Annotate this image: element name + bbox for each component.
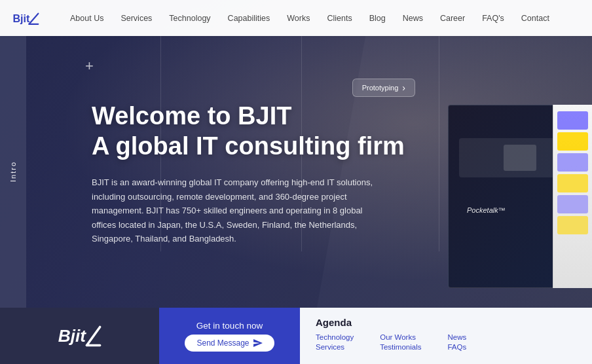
intro-label: Intro [9,161,17,182]
navbar: Bjit About Us Services Technology Capabi… [0,0,592,36]
hero-content: Welcome to BJIT A global IT consulting f… [92,101,405,246]
agenda-area: Agenda Technology Services Our Works Tes… [300,308,592,364]
filter-bar-4 [557,174,588,192]
agenda-title: Agenda [316,317,576,328]
nav-clients[interactable]: Clients [318,0,360,36]
intro-sidebar: Intro [0,36,26,308]
nav-capabilities[interactable]: Capabilities [219,0,279,36]
send-message-label: Send Message [196,338,249,348]
hero-description: BJIT is an award-winning global IT compa… [92,175,380,246]
agenda-item-services[interactable]: Services [316,343,354,351]
bottom-bar: Bjit Get in touch now Send Message Agend… [0,308,592,364]
filter-bar-2 [557,132,588,151]
nav-news[interactable]: News [394,0,432,36]
hero-section: Intro + Prototyping Pocketalk™ Parking A… [0,0,592,308]
agenda-col-3: News FAQs [447,333,466,351]
agenda-item-news[interactable]: News [447,333,466,341]
agenda-item-faqs[interactable]: FAQs [447,343,466,351]
send-message-button[interactable]: Send Message [185,335,274,352]
nav-technology[interactable]: Technology [160,0,219,36]
nav-contact[interactable]: Contact [513,0,558,36]
nav-faqs[interactable]: FAQ's [473,0,513,36]
plus-icon: + [85,59,94,73]
nav-services[interactable]: Services [112,0,160,36]
bottom-logo-area: Bjit [0,308,159,364]
hero-title-line1: Welcome to BJIT [92,102,291,130]
nav-about-us[interactable]: About Us [62,0,112,36]
hero-title-line2: A global IT consulting firm [92,132,405,160]
nav-works[interactable]: Works [278,0,318,36]
filter-bar-1 [557,111,588,130]
agenda-item-our-works[interactable]: Our Works [380,333,421,341]
hero-line-3 [439,36,439,251]
get-in-touch-label: Get in touch now [196,321,263,331]
agenda-item-testimonials[interactable]: Testimonials [380,343,421,351]
filter-bar-6 [557,216,588,234]
nav-blog[interactable]: Blog [361,0,394,36]
agenda-columns: Technology Services Our Works Testimonia… [316,333,576,351]
svg-line-4 [86,327,100,345]
hero-title: Welcome to BJIT A global IT consulting f… [92,101,405,161]
agenda-col-2: Our Works Testimonials [380,333,421,351]
logo[interactable]: Bjit [12,7,41,30]
agenda-item-technology[interactable]: Technology [316,333,354,341]
get-in-touch-area: Get in touch now Send Message [159,308,300,364]
send-icon [253,339,263,347]
nav-links: About Us Services Technology Capabilitie… [62,0,580,36]
nav-career[interactable]: Career [432,0,473,36]
filter-bar-5 [557,195,588,213]
bottom-logo: Bjit [57,319,103,352]
svg-text:Bjit: Bjit [12,12,30,24]
svg-text:Bjit: Bjit [58,326,86,346]
prototyping-card: Prototyping [352,79,415,97]
filter-bar-3 [557,153,588,172]
prototyping-label: Prototyping [362,84,399,92]
svg-line-1 [29,13,38,24]
filter-bars [553,105,592,288]
agenda-col-1: Technology Services [316,333,354,351]
